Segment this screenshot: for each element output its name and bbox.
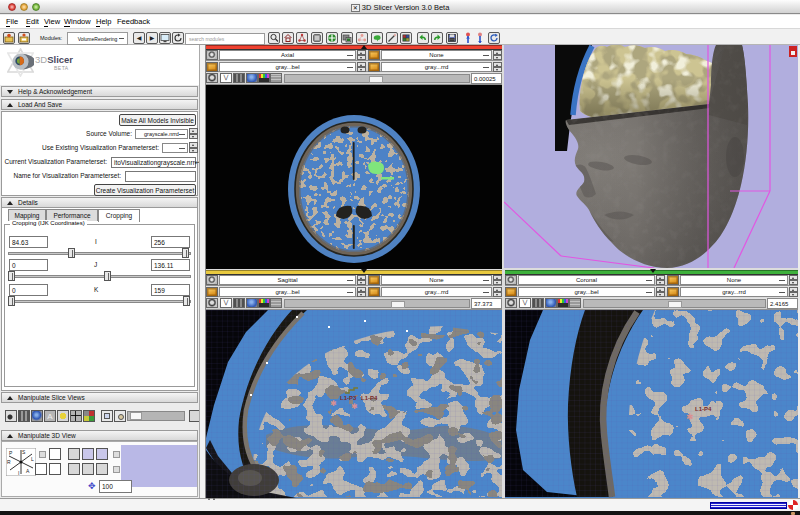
svg-text:✱: ✱ bbox=[351, 402, 358, 411]
svg-text:✱: ✱ bbox=[686, 412, 694, 422]
svg-text:I: I bbox=[18, 470, 19, 476]
svg-text:L: L bbox=[31, 456, 34, 462]
svg-text:L1-P4: L1-P4 bbox=[361, 395, 378, 401]
svg-text:L1-P3: L1-P3 bbox=[340, 395, 357, 401]
svg-text:✱: ✱ bbox=[330, 399, 337, 408]
svg-text:R: R bbox=[7, 459, 11, 465]
svg-text:L1-P4: L1-P4 bbox=[695, 406, 712, 412]
